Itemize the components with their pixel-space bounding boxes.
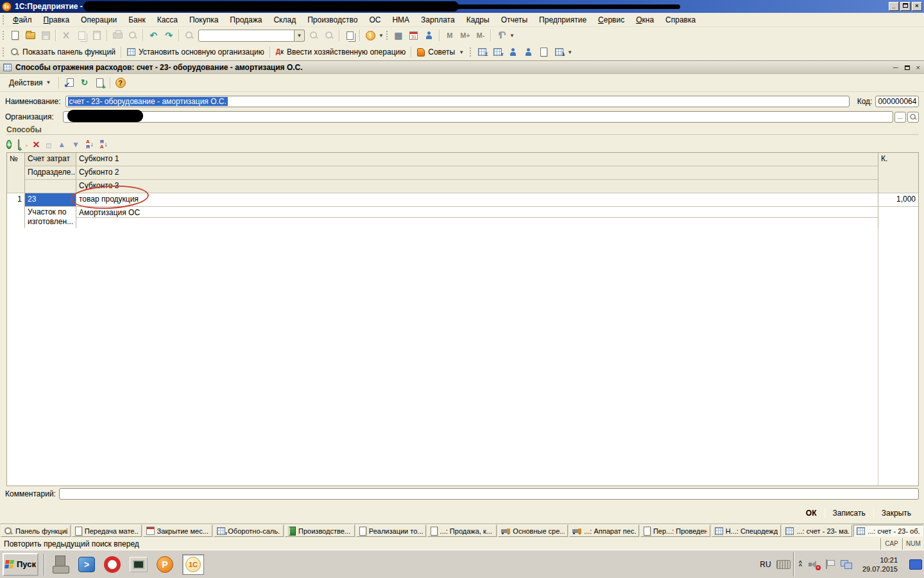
k-value-cell[interactable]: 1,000 — [878, 193, 918, 207]
table-empty-area[interactable] — [6, 228, 919, 486]
menu-purchase[interactable]: Покупка — [184, 13, 224, 26]
window-button[interactable]: Закрытие мес... — [143, 525, 213, 537]
menu-edit[interactable]: Правка — [38, 13, 76, 26]
window-button[interactable]: Основные сре... — [498, 525, 568, 537]
find-next-button[interactable] — [306, 28, 321, 42]
orange-logo-icon[interactable]: P — [157, 556, 173, 573]
window-button[interactable]: Передача мате... — [72, 525, 142, 537]
search-input[interactable] — [198, 30, 295, 42]
calculator-button[interactable]: ▦ — [391, 28, 406, 42]
doc-restore-button[interactable] — [905, 64, 910, 71]
report-sheet-button[interactable] — [536, 45, 551, 59]
open-button[interactable] — [22, 28, 38, 42]
copy-button[interactable] — [74, 28, 89, 42]
toolbar-grip[interactable] — [386, 30, 389, 40]
subconto2-cell[interactable]: Амортизация ОС — [76, 207, 878, 218]
find-button[interactable] — [182, 28, 197, 42]
minimize-button[interactable]: _ — [889, 2, 899, 11]
find-prev-button[interactable] — [321, 28, 337, 42]
toolbar-grip[interactable] — [469, 47, 472, 57]
doc-close-button[interactable]: × — [916, 64, 920, 71]
service-info-button[interactable]: i — [363, 28, 378, 42]
menu-nma[interactable]: НМА — [386, 13, 415, 26]
menu-bank[interactable]: Банк — [123, 13, 151, 26]
show-function-panel-button[interactable]: Показать панель функций — [7, 46, 119, 58]
settings-button[interactable] — [493, 28, 509, 42]
organization-open-button[interactable] — [907, 112, 919, 123]
row-number-cell[interactable]: 1 — [7, 193, 25, 229]
end-edit-button[interactable]: ок — [46, 140, 51, 150]
reports-dropdown-arrow[interactable]: ▼ — [567, 49, 572, 55]
account-cell[interactable]: 23 — [25, 193, 76, 207]
doc-minimize-button[interactable]: ─ — [893, 64, 898, 71]
document-titlebar[interactable]: Способы отражения расходов: счет - 23- о… — [0, 61, 924, 74]
menu-reports[interactable]: Отчеты — [495, 13, 533, 26]
window-button[interactable]: ...: счет - 23- ма... — [782, 525, 852, 537]
undo-button[interactable]: ↶ — [146, 28, 161, 42]
comment-input[interactable] — [59, 488, 919, 500]
write-button[interactable]: Записать — [825, 507, 873, 520]
keyboard-icon[interactable] — [776, 560, 791, 569]
windows-list-button[interactable] — [342, 28, 357, 42]
cut-button[interactable] — [58, 28, 74, 42]
print-button[interactable] — [110, 28, 125, 42]
calendar-button[interactable]: 31 — [406, 28, 422, 42]
memory-button[interactable]: M — [442, 28, 458, 42]
row-delete-button[interactable]: ✕ — [32, 140, 40, 150]
volume-muted-icon[interactable]: × — [809, 560, 819, 569]
organization-input[interactable] — [63, 111, 893, 123]
temp-lock-button[interactable] — [422, 28, 437, 42]
column-header-subconto2[interactable]: Субконто 2 — [76, 166, 878, 180]
clock[interactable]: 10:21 29.07.2015 — [859, 556, 902, 574]
reread-button[interactable]: ↻ — [77, 76, 92, 90]
opera-icon[interactable] — [104, 556, 121, 573]
menu-production[interactable]: Производство — [302, 13, 363, 26]
network-icon[interactable] — [841, 560, 852, 569]
row-up-button[interactable]: ▲ — [58, 140, 65, 149]
column-header-subconto1[interactable]: Субконто 1 — [76, 153, 878, 166]
report-table-button[interactable]: т — [490, 45, 505, 59]
menu-cash[interactable]: Касса — [151, 13, 184, 26]
window-button-active[interactable]: ...: счет - 23- об... — [853, 525, 923, 537]
menu-help[interactable]: Справка — [660, 13, 701, 26]
sort-asc-button[interactable]: АЯ↓ — [86, 139, 94, 150]
close-form-button[interactable]: Закрыть — [874, 507, 919, 520]
window-button[interactable]: Реализации то... — [356, 525, 426, 537]
1c-app-button[interactable]: 1С — [182, 554, 204, 575]
close-button[interactable]: × — [912, 2, 922, 11]
menu-sale[interactable]: Продажа — [224, 13, 268, 26]
row-add-button[interactable]: + — [6, 140, 12, 149]
subconto3-cell[interactable] — [76, 218, 878, 229]
menu-operations[interactable]: Операции — [75, 13, 123, 26]
menu-windows[interactable]: Окна — [630, 13, 660, 26]
column-header-subconto3[interactable]: Субконто 3 — [76, 180, 878, 193]
window-button[interactable]: тОборотно-саль... — [214, 525, 284, 537]
search-dropdown-button[interactable]: ▼ — [295, 30, 305, 42]
subconto1-cell[interactable]: товар продукция — [76, 193, 878, 207]
print-preview-button[interactable] — [125, 28, 141, 42]
tips-button[interactable]: Советы ▼ — [414, 46, 467, 58]
menu-warehouse[interactable]: Склад — [268, 13, 302, 26]
column-header-num[interactable]: № — [7, 153, 25, 193]
show-desktop-icon[interactable] — [909, 559, 922, 570]
settings-dropdown-arrow[interactable]: ▼ — [509, 33, 515, 39]
menu-enterprise[interactable]: Предприятие — [533, 13, 592, 26]
powershell-icon[interactable]: > — [78, 557, 95, 572]
maximize-button[interactable] — [900, 2, 911, 11]
menu-hr[interactable]: Кадры — [461, 13, 495, 26]
report-person2-button[interactable] — [520, 45, 536, 59]
help-button[interactable]: ? — [113, 76, 128, 90]
menu-file[interactable]: Файл — [7, 13, 38, 26]
start-button[interactable]: Пуск — [3, 553, 38, 576]
enter-operation-button[interactable]: Дк Ввести хозяйственную операцию — [273, 46, 409, 58]
toolbar-grip[interactable] — [2, 47, 5, 57]
window-button[interactable]: Производстве... — [285, 525, 355, 537]
info-dropdown-arrow[interactable]: ▼ — [379, 33, 384, 39]
organization-choose-button[interactable]: ... — [894, 112, 906, 123]
report-sigma-button[interactable]: Σ — [474, 45, 490, 59]
code-input[interactable]: 000000064 — [875, 96, 919, 107]
sort-desc-button[interactable]: ЯА↓ — [100, 139, 108, 150]
toolbar-grip[interactable] — [2, 30, 5, 40]
department-cell[interactable]: Участок по изготовлен... — [25, 207, 76, 229]
hide-icons-chevron[interactable]: ^^ — [799, 561, 802, 568]
